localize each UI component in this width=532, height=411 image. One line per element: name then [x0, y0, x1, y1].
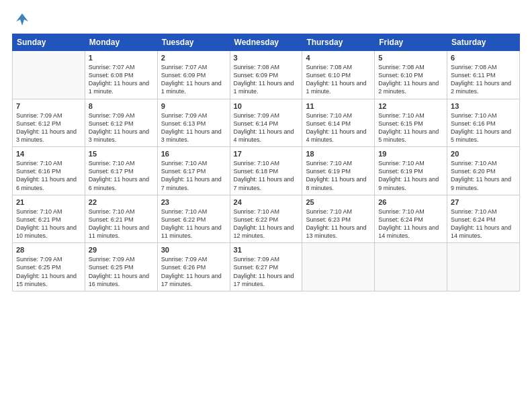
calendar-day-cell: 26Sunrise: 7:10 AM Sunset: 6:24 PM Dayli…: [375, 195, 447, 243]
calendar-day-cell: 4Sunrise: 7:08 AM Sunset: 6:10 PM Daylig…: [302, 51, 375, 99]
day-info: Sunrise: 7:09 AM Sunset: 6:27 PM Dayligh…: [234, 255, 299, 288]
day-info: Sunrise: 7:10 AM Sunset: 6:17 PM Dayligh…: [161, 159, 226, 192]
day-number: 8: [89, 102, 154, 110]
day-number: 11: [306, 102, 371, 110]
day-number: 31: [234, 246, 299, 254]
calendar-day-header: Monday: [85, 34, 157, 51]
day-info: Sunrise: 7:10 AM Sunset: 6:22 PM Dayligh…: [234, 208, 299, 240]
day-number: 7: [16, 102, 81, 110]
day-info: Sunrise: 7:10 AM Sunset: 6:17 PM Dayligh…: [89, 159, 154, 192]
logo: [12, 12, 30, 27]
calendar-day-cell: 20Sunrise: 7:10 AM Sunset: 6:20 PM Dayli…: [447, 147, 520, 195]
calendar-day-cell: [13, 51, 85, 99]
calendar-week-row: 14Sunrise: 7:10 AM Sunset: 6:16 PM Dayli…: [13, 147, 520, 195]
day-number: 15: [89, 150, 154, 158]
day-number: 13: [451, 102, 516, 110]
calendar-day-header: Thursday: [302, 34, 375, 51]
calendar-week-row: 28Sunrise: 7:09 AM Sunset: 6:25 PM Dayli…: [13, 243, 520, 291]
calendar-day-cell: 18Sunrise: 7:10 AM Sunset: 6:19 PM Dayli…: [302, 147, 375, 195]
calendar-day-cell: 11Sunrise: 7:10 AM Sunset: 6:14 PM Dayli…: [302, 99, 375, 147]
day-number: 12: [378, 102, 443, 110]
day-number: 29: [89, 246, 154, 254]
calendar-day-cell: 24Sunrise: 7:10 AM Sunset: 6:22 PM Dayli…: [230, 195, 302, 243]
day-number: 22: [89, 198, 154, 206]
calendar-day-cell: 23Sunrise: 7:10 AM Sunset: 6:22 PM Dayli…: [157, 195, 230, 243]
day-number: 14: [16, 150, 81, 158]
day-info: Sunrise: 7:10 AM Sunset: 6:24 PM Dayligh…: [451, 208, 516, 240]
day-number: 19: [378, 150, 443, 158]
calendar-day-header: Saturday: [447, 34, 520, 51]
calendar-day-cell: 19Sunrise: 7:10 AM Sunset: 6:19 PM Dayli…: [375, 147, 447, 195]
day-number: 23: [161, 198, 226, 206]
calendar-day-header: Sunday: [13, 34, 85, 51]
calendar-day-cell: 13Sunrise: 7:10 AM Sunset: 6:16 PM Dayli…: [447, 99, 520, 147]
calendar-day-cell: 7Sunrise: 7:09 AM Sunset: 6:12 PM Daylig…: [13, 99, 85, 147]
logo-bird-icon: [15, 12, 30, 27]
calendar-day-cell: 27Sunrise: 7:10 AM Sunset: 6:24 PM Dayli…: [447, 195, 520, 243]
calendar-day-cell: 1Sunrise: 7:07 AM Sunset: 6:08 PM Daylig…: [85, 51, 157, 99]
calendar-day-cell: 5Sunrise: 7:08 AM Sunset: 6:10 PM Daylig…: [375, 51, 447, 99]
day-number: 1: [89, 54, 154, 62]
svg-marker-0: [16, 13, 28, 26]
calendar-day-cell: 2Sunrise: 7:07 AM Sunset: 6:09 PM Daylig…: [157, 51, 230, 99]
day-info: Sunrise: 7:09 AM Sunset: 6:12 PM Dayligh…: [16, 111, 81, 144]
calendar-table: SundayMondayTuesdayWednesdayThursdayFrid…: [12, 34, 520, 291]
day-number: 2: [161, 54, 226, 62]
day-number: 5: [378, 54, 443, 62]
calendar-day-cell: 15Sunrise: 7:10 AM Sunset: 6:17 PM Dayli…: [85, 147, 157, 195]
calendar-day-cell: 21Sunrise: 7:10 AM Sunset: 6:21 PM Dayli…: [13, 195, 85, 243]
day-info: Sunrise: 7:10 AM Sunset: 6:23 PM Dayligh…: [306, 208, 371, 240]
day-number: 25: [306, 198, 371, 206]
calendar-week-row: 7Sunrise: 7:09 AM Sunset: 6:12 PM Daylig…: [13, 99, 520, 147]
day-number: 16: [161, 150, 226, 158]
day-number: 3: [234, 54, 299, 62]
day-info: Sunrise: 7:09 AM Sunset: 6:12 PM Dayligh…: [89, 111, 154, 144]
day-number: 4: [306, 54, 371, 62]
day-info: Sunrise: 7:09 AM Sunset: 6:26 PM Dayligh…: [161, 255, 226, 288]
day-number: 24: [234, 198, 299, 206]
calendar-day-cell: 16Sunrise: 7:10 AM Sunset: 6:17 PM Dayli…: [157, 147, 230, 195]
day-info: Sunrise: 7:10 AM Sunset: 6:19 PM Dayligh…: [306, 159, 371, 192]
day-info: Sunrise: 7:10 AM Sunset: 6:24 PM Dayligh…: [378, 208, 443, 240]
calendar-header-row: SundayMondayTuesdayWednesdayThursdayFrid…: [13, 34, 520, 51]
day-info: Sunrise: 7:07 AM Sunset: 6:09 PM Dayligh…: [161, 63, 226, 96]
calendar-day-cell: 29Sunrise: 7:09 AM Sunset: 6:25 PM Dayli…: [85, 243, 157, 291]
day-number: 27: [451, 198, 516, 206]
calendar-day-cell: [302, 243, 375, 291]
day-number: 28: [16, 246, 81, 254]
day-number: 10: [234, 102, 299, 110]
calendar-day-cell: 30Sunrise: 7:09 AM Sunset: 6:26 PM Dayli…: [157, 243, 230, 291]
day-info: Sunrise: 7:10 AM Sunset: 6:15 PM Dayligh…: [378, 111, 443, 144]
day-info: Sunrise: 7:10 AM Sunset: 6:20 PM Dayligh…: [451, 159, 516, 192]
calendar-day-cell: 8Sunrise: 7:09 AM Sunset: 6:12 PM Daylig…: [85, 99, 157, 147]
calendar-day-cell: 25Sunrise: 7:10 AM Sunset: 6:23 PM Dayli…: [302, 195, 375, 243]
day-number: 30: [161, 246, 226, 254]
calendar-day-header: Wednesday: [230, 34, 302, 51]
calendar-day-header: Friday: [375, 34, 447, 51]
day-info: Sunrise: 7:08 AM Sunset: 6:11 PM Dayligh…: [451, 63, 516, 96]
day-number: 20: [451, 150, 516, 158]
day-number: 18: [306, 150, 371, 158]
day-info: Sunrise: 7:08 AM Sunset: 6:09 PM Dayligh…: [234, 63, 299, 96]
calendar-day-cell: 3Sunrise: 7:08 AM Sunset: 6:09 PM Daylig…: [230, 51, 302, 99]
day-number: 9: [161, 102, 226, 110]
day-number: 26: [378, 198, 443, 206]
header: [12, 12, 520, 27]
calendar-day-cell: 14Sunrise: 7:10 AM Sunset: 6:16 PM Dayli…: [13, 147, 85, 195]
day-info: Sunrise: 7:08 AM Sunset: 6:10 PM Dayligh…: [378, 63, 443, 96]
calendar-day-cell: [447, 243, 520, 291]
calendar-week-row: 1Sunrise: 7:07 AM Sunset: 6:08 PM Daylig…: [13, 51, 520, 99]
page: SundayMondayTuesdayWednesdayThursdayFrid…: [0, 0, 532, 411]
day-info: Sunrise: 7:10 AM Sunset: 6:16 PM Dayligh…: [451, 111, 516, 144]
day-number: 6: [451, 54, 516, 62]
calendar-day-cell: 6Sunrise: 7:08 AM Sunset: 6:11 PM Daylig…: [447, 51, 520, 99]
day-info: Sunrise: 7:09 AM Sunset: 6:25 PM Dayligh…: [16, 255, 81, 288]
day-info: Sunrise: 7:09 AM Sunset: 6:13 PM Dayligh…: [161, 111, 226, 144]
calendar-day-header: Tuesday: [157, 34, 230, 51]
calendar-day-cell: 17Sunrise: 7:10 AM Sunset: 6:18 PM Dayli…: [230, 147, 302, 195]
calendar-day-cell: 28Sunrise: 7:09 AM Sunset: 6:25 PM Dayli…: [13, 243, 85, 291]
calendar-week-row: 21Sunrise: 7:10 AM Sunset: 6:21 PM Dayli…: [13, 195, 520, 243]
calendar-day-cell: 31Sunrise: 7:09 AM Sunset: 6:27 PM Dayli…: [230, 243, 302, 291]
day-info: Sunrise: 7:09 AM Sunset: 6:25 PM Dayligh…: [89, 255, 154, 288]
day-info: Sunrise: 7:10 AM Sunset: 6:18 PM Dayligh…: [234, 159, 299, 192]
